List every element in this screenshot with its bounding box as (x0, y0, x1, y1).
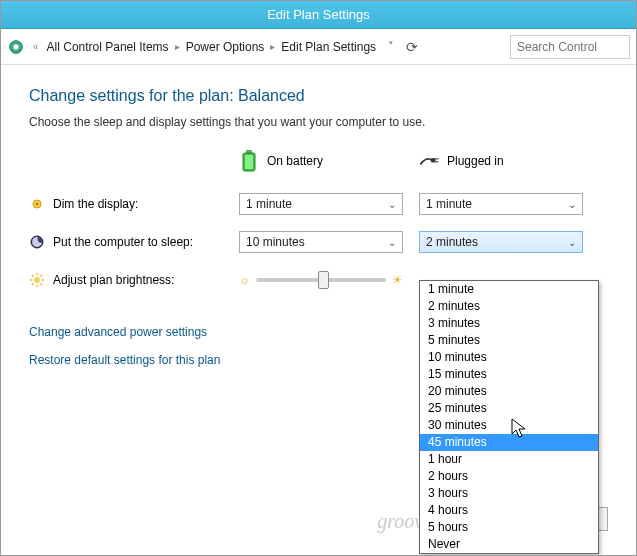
dropdown-option[interactable]: 5 hours (420, 519, 598, 536)
svg-point-1 (13, 44, 18, 49)
dropdown-option[interactable]: 2 hours (420, 468, 598, 485)
dropdown-option[interactable]: 4 hours (420, 502, 598, 519)
dropdown-option[interactable]: 1 hour (420, 451, 598, 468)
dropdown-option[interactable]: 25 minutes (420, 400, 598, 417)
breadcrumb: All Control Panel Items ▸ Power Options … (47, 40, 377, 54)
chevron-down-icon: ⌄ (388, 237, 396, 248)
dim-display-label: Dim the display: (53, 197, 138, 211)
sleep-plugged-select[interactable]: 2 minutes ⌄ (419, 231, 583, 253)
page-heading: Change settings for the plan: Balanced (29, 87, 608, 105)
dropdown-option[interactable]: 10 minutes (420, 349, 598, 366)
breadcrumb-item[interactable]: Edit Plan Settings (281, 40, 376, 54)
dropdown-option[interactable]: Never (420, 536, 598, 553)
dim-battery-select[interactable]: 1 minute ⌄ (239, 193, 403, 215)
refresh-icon[interactable]: ⟳ (406, 39, 418, 55)
svg-line-19 (41, 275, 43, 277)
window-titlebar: Edit Plan Settings (1, 1, 636, 29)
svg-line-18 (32, 284, 34, 286)
dropdown-option[interactable]: 45 minutes (420, 434, 598, 451)
sleep-icon (29, 234, 45, 250)
breadcrumb-item[interactable]: All Control Panel Items (47, 40, 169, 54)
chevron-down-icon: ⌄ (568, 199, 576, 210)
svg-rect-4 (245, 155, 253, 169)
svg-point-11 (34, 277, 40, 283)
window-title: Edit Plan Settings (267, 7, 370, 22)
dropdown-option[interactable]: 1 minute (420, 281, 598, 298)
chevron-down-icon: ⌄ (568, 237, 576, 248)
search-input[interactable] (510, 35, 630, 59)
dim-display-icon (29, 196, 45, 212)
sleep-battery-select[interactable]: 10 minutes ⌄ (239, 231, 403, 253)
brightness-icon (29, 272, 45, 288)
sun-small-icon: ☼ (239, 273, 250, 287)
svg-rect-5 (431, 158, 435, 162)
row-sleep: Put the computer to sleep: 10 minutes ⌄ … (29, 225, 608, 259)
sleep-plugged-dropdown-list[interactable]: 1 minute2 minutes3 minutes5 minutes10 mi… (419, 280, 599, 554)
control-panel-icon (7, 38, 25, 56)
row-dim-display: Dim the display: 1 minute ⌄ 1 minute ⌄ (29, 187, 608, 221)
col-plugged-label: Plugged in (447, 154, 504, 168)
dropdown-option[interactable]: 5 minutes (420, 332, 598, 349)
dropdown-option[interactable]: 3 hours (420, 485, 598, 502)
brightness-label: Adjust plan brightness: (53, 273, 174, 287)
plug-icon (419, 149, 439, 173)
svg-point-9 (36, 203, 39, 206)
page-subtext: Choose the sleep and display settings th… (29, 115, 608, 129)
chevron-right-icon: ▸ (270, 41, 275, 52)
brightness-battery-slider[interactable] (256, 278, 386, 282)
chevron-down-icon[interactable]: ˅ (388, 40, 394, 53)
battery-icon (239, 149, 259, 173)
sun-large-icon: ☀ (392, 273, 403, 287)
col-battery-label: On battery (267, 154, 323, 168)
dropdown-option[interactable]: 3 minutes (420, 315, 598, 332)
dropdown-option[interactable]: 2 minutes (420, 298, 598, 315)
chevron-right-icon: ▸ (175, 41, 180, 52)
svg-line-16 (32, 275, 34, 277)
dropdown-option[interactable]: 30 minutes (420, 417, 598, 434)
breadcrumb-item[interactable]: Power Options (186, 40, 265, 54)
svg-line-17 (41, 284, 43, 286)
dim-plugged-select[interactable]: 1 minute ⌄ (419, 193, 583, 215)
dropdown-option[interactable]: 20 minutes (420, 383, 598, 400)
breadcrumb-back-icon[interactable]: « (33, 41, 39, 52)
column-headers: On battery Plugged in (239, 149, 608, 173)
dropdown-option[interactable]: 15 minutes (420, 366, 598, 383)
navbar: « All Control Panel Items ▸ Power Option… (1, 29, 636, 65)
sleep-label: Put the computer to sleep: (53, 235, 193, 249)
chevron-down-icon: ⌄ (388, 199, 396, 210)
slider-thumb[interactable] (318, 271, 329, 289)
